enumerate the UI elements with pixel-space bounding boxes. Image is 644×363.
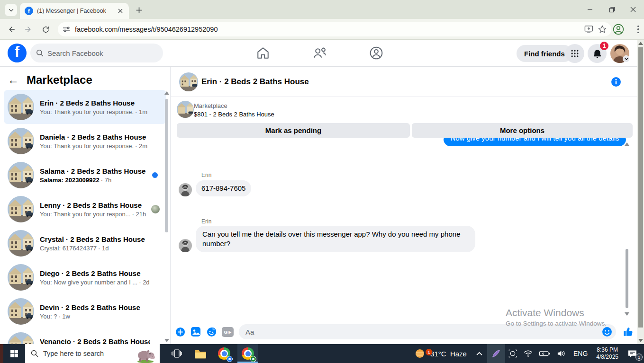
facebook-logo-icon[interactable]: f <box>8 44 27 62</box>
chrome-profile-badge: ☻ <box>227 356 233 362</box>
window-minimize-button[interactable] <box>579 0 601 19</box>
conversation-item[interactable]: Erin · 2 Beds 2 Baths House You: Thank y… <box>4 90 166 124</box>
scroll-up-icon[interactable] <box>638 42 643 45</box>
back-arrow-icon[interactable]: ← <box>8 74 19 86</box>
conversation-info-button[interactable] <box>611 77 621 87</box>
scroll-up-icon[interactable] <box>164 91 169 95</box>
tray-volume-button[interactable] <box>553 344 569 363</box>
conversation-preview: You: Thank you for your respon...· 21h <box>40 211 150 218</box>
screen: f (1) Messenger | Facebook <box>0 0 644 363</box>
tray-pen-button[interactable] <box>487 344 505 363</box>
gif-button[interactable]: GIF <box>222 327 234 337</box>
taskbar-search[interactable]: Type here to search <box>25 344 160 363</box>
mark-as-pending-button[interactable]: Mark as pending <box>177 123 410 138</box>
tray-clock[interactable]: 8:36 PM 4/8/2025 <box>592 344 623 363</box>
conversation-item[interactable]: Lenny · 2 Beds 2 Baths House You: Thank … <box>4 192 166 226</box>
find-friends-button[interactable]: Find friends <box>517 45 572 62</box>
listing-house-avatar <box>8 264 34 291</box>
taskbar-weather[interactable]: 1 31°C Haze <box>409 344 472 363</box>
tray-expand-button[interactable] <box>472 344 487 363</box>
mark-as-pending-label: Mark as pending <box>265 126 321 134</box>
conversation-title: Venancio · 2 Beds 2 Baths House <box>40 337 150 345</box>
incoming-message-question[interactable]: Can you tell me the details over this me… <box>196 226 475 252</box>
chrome-profile2-button[interactable]: ☻ <box>237 344 258 363</box>
task-view-button[interactable] <box>166 344 187 363</box>
nav-groups-tab[interactable] <box>369 46 383 60</box>
attach-image-button[interactable] <box>190 327 201 337</box>
conversation-item[interactable]: Salama · 2 Beds 2 Baths House Salama: 20… <box>4 158 166 192</box>
message-input-container[interactable] <box>239 324 616 339</box>
conversation-title: Daniela · 2 Beds 2 Baths House <box>40 133 150 141</box>
start-button[interactable] <box>3 344 25 363</box>
sender-name: Erin <box>201 172 211 178</box>
scroll-down-icon[interactable] <box>164 339 169 342</box>
conversation-item[interactable]: Daniela · 2 Beds 2 Baths House You: Than… <box>4 124 166 158</box>
url-bar[interactable]: facebook.com/messages/t/9504626912952090 <box>58 22 611 36</box>
apps-menu-button[interactable] <box>565 44 584 63</box>
conversation-texts: Lenny · 2 Beds 2 Baths House You: Thank … <box>40 201 163 218</box>
emoji-button[interactable] <box>602 327 612 337</box>
tray-language-button[interactable]: ENG <box>569 344 592 363</box>
conversation-item[interactable]: Diego · 2 Beds 2 Baths House You: Now gi… <box>4 260 166 294</box>
home-icon <box>256 46 270 60</box>
message-input[interactable] <box>245 328 602 336</box>
sticker-button[interactable] <box>206 327 217 337</box>
tab-close-icon[interactable] <box>116 7 124 15</box>
tab-title: (1) Messenger | Facebook <box>37 8 112 14</box>
new-tab-button[interactable] <box>134 5 144 15</box>
listing-house-avatar <box>8 162 34 188</box>
facebook-search-input[interactable]: Search Facebook <box>30 44 163 62</box>
scroll-down-icon[interactable] <box>638 339 643 342</box>
tray-wifi-button[interactable] <box>520 344 536 363</box>
bell-icon <box>592 49 602 59</box>
chat-header[interactable]: Erin · 2 Beds 2 Baths House <box>171 67 637 97</box>
scroll-up-icon[interactable] <box>625 142 629 146</box>
nav-friends-tab[interactable] <box>313 46 327 60</box>
marketplace-label: Marketplace <box>194 102 227 109</box>
scroll-down-icon[interactable] <box>625 312 629 316</box>
window-restore-button[interactable] <box>601 0 623 19</box>
attach-plus-button[interactable] <box>175 327 185 337</box>
more-options-button[interactable]: More options <box>412 123 633 138</box>
browser-menu-button[interactable] <box>632 23 644 35</box>
url-text[interactable]: facebook.com/messages/t/9504626912952090 <box>75 26 580 33</box>
like-button[interactable] <box>623 327 634 337</box>
conversation-texts: Erin · 2 Beds 2 Baths House You: Thank y… <box>40 99 163 115</box>
tray-battery-button[interactable] <box>536 344 553 363</box>
reload-button[interactable] <box>39 23 52 36</box>
scrollbar-thumb[interactable] <box>165 99 168 232</box>
conversation-preview: Salama: 2023009922· 7h <box>40 177 150 184</box>
incoming-message-phone[interactable]: 617-894-7605 <box>196 180 251 196</box>
site-settings-icon[interactable] <box>63 26 70 33</box>
chat-avatar[interactable] <box>179 72 198 91</box>
chat-scrollbar[interactable] <box>625 142 629 316</box>
scrollbar-thumb[interactable] <box>626 249 628 308</box>
wifi-icon <box>524 350 533 357</box>
tray-screen-record-button[interactable] <box>505 344 520 363</box>
action-center-button[interactable]: 1 <box>623 344 644 363</box>
tab-search-button[interactable] <box>5 4 17 16</box>
window-close-button[interactable] <box>622 0 644 19</box>
minimize-icon <box>587 7 593 12</box>
conversation-texts: Venancio · 2 Beds 2 Baths House <box>40 337 163 345</box>
browser-tab[interactable]: f (1) Messenger | Facebook <box>20 3 129 19</box>
chrome-profile1-button[interactable]: ☻ <box>214 344 235 363</box>
conversation-item[interactable]: Venancio · 2 Beds 2 Baths House <box>4 328 166 344</box>
forward-button[interactable] <box>22 23 35 36</box>
nav-home-tab[interactable] <box>256 46 270 60</box>
bookmark-star-icon[interactable] <box>598 25 607 34</box>
page-scrollbar[interactable] <box>637 40 644 344</box>
conversation-item[interactable]: Devin · 2 Beds 2 Baths House You: ?· 1w <box>4 294 166 328</box>
scrollbar-thumb[interactable] <box>638 47 643 328</box>
conversation-item[interactable]: Crystal · 2 Beds 2 Baths House Crystal: … <box>4 226 166 260</box>
reload-icon <box>42 26 50 34</box>
back-button[interactable] <box>5 23 18 36</box>
speaker-icon <box>557 350 566 357</box>
windows-taskbar: Type here to search <box>0 344 644 363</box>
file-explorer-button[interactable] <box>190 344 211 363</box>
sidebar-scrollbar[interactable] <box>164 91 169 342</box>
install-app-icon[interactable] <box>584 25 593 34</box>
browser-profile-icon[interactable] <box>612 23 625 35</box>
conversation-sidebar: ← Marketplace <box>0 67 171 344</box>
weather-condition: Haze <box>450 350 467 358</box>
